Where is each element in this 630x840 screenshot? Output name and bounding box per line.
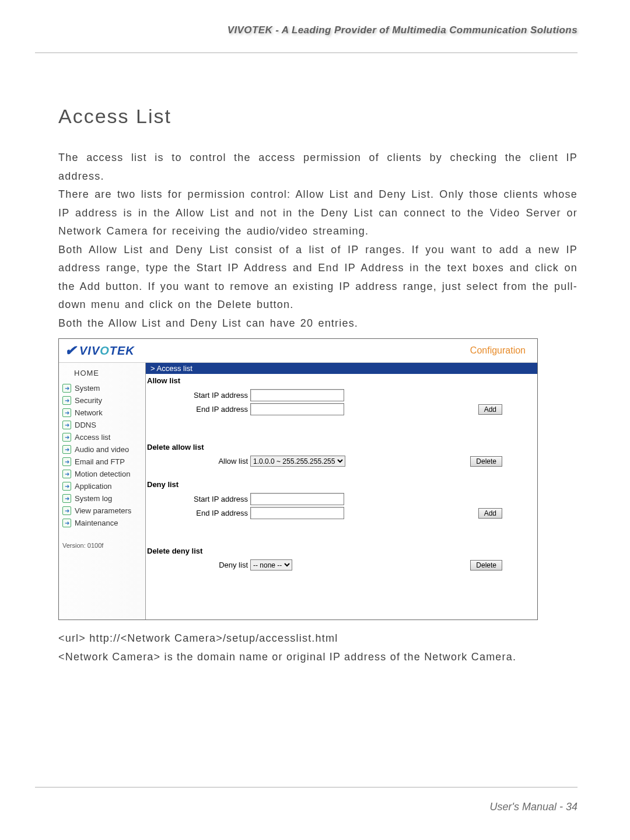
paragraph-3: Both Allow List and Deny List consist of… bbox=[58, 241, 578, 314]
delete-allow-group: Delete allow list Allow list 1.0.0.0 ~ 2… bbox=[146, 440, 537, 474]
main-panel: > Access list Allow list Start IP addres… bbox=[146, 363, 537, 620]
arrow-icon: ➜ bbox=[62, 470, 71, 478]
deny-start-ip-label: Start IP address bbox=[146, 495, 250, 503]
delete-allow-title: Delete allow list bbox=[146, 440, 537, 454]
deny-delete-button[interactable]: Delete bbox=[470, 560, 502, 570]
header-rule bbox=[35, 52, 578, 53]
allow-end-ip-input[interactable] bbox=[250, 403, 344, 415]
arrow-icon: ➜ bbox=[62, 506, 71, 515]
sidebar-item-motion[interactable]: ➜Motion detection bbox=[59, 468, 145, 480]
sidebar-item-audio-video[interactable]: ➜Audio and video bbox=[59, 443, 145, 456]
deny-list-select-label: Deny list bbox=[146, 561, 250, 569]
deny-end-ip-input[interactable] bbox=[250, 507, 344, 519]
sidebar-item-access-list[interactable]: ➜Access list bbox=[59, 431, 145, 443]
sidebar-item-network[interactable]: ➜Network bbox=[59, 407, 145, 419]
allow-list-title: Allow list bbox=[146, 374, 537, 387]
logo-text: VIVOTEK bbox=[79, 344, 135, 358]
deny-start-ip-input[interactable] bbox=[250, 493, 344, 505]
start-ip-label: Start IP address bbox=[146, 391, 250, 400]
sidebar-item-email-ftp[interactable]: ➜Email and FTP bbox=[59, 456, 145, 468]
arrow-icon: ➜ bbox=[62, 384, 71, 393]
sidebar-home[interactable]: HOME bbox=[59, 365, 145, 382]
allow-list-select-label: Allow list bbox=[146, 457, 250, 466]
logo: ✔ VIVOTEK bbox=[65, 342, 135, 359]
sidebar-item-label: DDNS bbox=[75, 421, 96, 429]
logo-mark-icon: ✔ bbox=[65, 342, 77, 359]
screenshot-body: HOME ➜System ➜Security ➜Network ➜DDNS ➜A… bbox=[59, 363, 537, 620]
delete-deny-group: Delete deny list Deny list -- none -- De… bbox=[146, 544, 537, 578]
sidebar-item-label: Application bbox=[75, 482, 112, 491]
arrow-icon: ➜ bbox=[62, 519, 71, 527]
arrow-icon: ➜ bbox=[62, 433, 71, 442]
arrow-icon: ➜ bbox=[62, 457, 71, 466]
footer-rule bbox=[35, 787, 578, 788]
configuration-link[interactable]: Configuration bbox=[470, 345, 526, 356]
sidebar-item-systemlog[interactable]: ➜System log bbox=[59, 492, 145, 505]
sidebar-item-label: Maintenance bbox=[75, 519, 118, 527]
screenshot-topbar: ✔ VIVOTEK Configuration bbox=[59, 339, 537, 363]
allow-add-button[interactable]: Add bbox=[478, 404, 502, 415]
arrow-icon: ➜ bbox=[62, 494, 71, 503]
header-tagline: VIVOTEK - A Leading Provider of Multimed… bbox=[228, 24, 578, 36]
sidebar-item-application[interactable]: ➜Application bbox=[59, 480, 145, 492]
deny-list-group: Deny list Start IP address End IP addres… bbox=[146, 478, 537, 527]
allow-start-ip-input[interactable] bbox=[250, 389, 344, 401]
embedded-screenshot: ✔ VIVOTEK Configuration HOME ➜System ➜Se… bbox=[58, 338, 538, 620]
deny-list-title: Deny list bbox=[146, 478, 537, 491]
sidebar-item-ddns[interactable]: ➜DDNS bbox=[59, 419, 145, 431]
arrow-icon: ➜ bbox=[62, 445, 71, 454]
sidebar-item-label: System bbox=[75, 384, 100, 393]
deny-list-select[interactable]: -- none -- bbox=[250, 559, 292, 570]
arrow-icon: ➜ bbox=[62, 482, 71, 491]
end-ip-label: End IP address bbox=[146, 405, 250, 414]
sidebar-item-security[interactable]: ➜Security bbox=[59, 394, 145, 407]
sidebar-item-label: Audio and video bbox=[75, 445, 129, 454]
allow-list-select[interactable]: 1.0.0.0 ~ 255.255.255.255 bbox=[250, 456, 345, 467]
sidebar-item-system[interactable]: ➜System bbox=[59, 382, 145, 394]
sidebar-item-label: Network bbox=[75, 408, 103, 417]
arrow-icon: ➜ bbox=[62, 396, 71, 405]
allow-list-group: Allow list Start IP address End IP addre… bbox=[146, 374, 537, 423]
footer-pageno: User's Manual - 34 bbox=[490, 801, 578, 813]
allow-delete-button[interactable]: Delete bbox=[470, 456, 502, 467]
delete-deny-title: Delete deny list bbox=[146, 544, 537, 558]
content-area: Access List The access list is to contro… bbox=[58, 105, 578, 666]
paragraph-1: The access list is to control the access… bbox=[58, 149, 578, 186]
sidebar-item-viewparams[interactable]: ➜View parameters bbox=[59, 505, 145, 517]
sidebar-item-maintenance[interactable]: ➜Maintenance bbox=[59, 517, 145, 529]
paragraph-4: Both the Allow List and Deny List can ha… bbox=[58, 314, 578, 333]
url-note-2: <Network Camera> is the domain name or o… bbox=[58, 648, 578, 667]
sidebar-item-label: View parameters bbox=[75, 506, 131, 515]
paragraph-2: There are two lists for permission contr… bbox=[58, 186, 578, 241]
sidebar-item-label: Security bbox=[75, 396, 102, 405]
sidebar-item-label: Email and FTP bbox=[75, 457, 125, 466]
arrow-icon: ➜ bbox=[62, 421, 71, 429]
breadcrumb: > Access list bbox=[146, 363, 537, 374]
arrow-icon: ➜ bbox=[62, 408, 71, 417]
sidebar-item-label: System log bbox=[75, 494, 112, 503]
url-note-1: <url> http://<Network Camera>/setup/acce… bbox=[58, 629, 578, 648]
sidebar-item-label: Access list bbox=[75, 433, 110, 442]
deny-end-ip-label: End IP address bbox=[146, 509, 250, 517]
deny-add-button[interactable]: Add bbox=[478, 508, 502, 519]
sidebar-item-label: Motion detection bbox=[75, 470, 130, 478]
page-title: Access List bbox=[58, 105, 578, 128]
version-label: Version: 0100f bbox=[59, 529, 145, 549]
sidebar: HOME ➜System ➜Security ➜Network ➜DDNS ➜A… bbox=[59, 363, 146, 620]
